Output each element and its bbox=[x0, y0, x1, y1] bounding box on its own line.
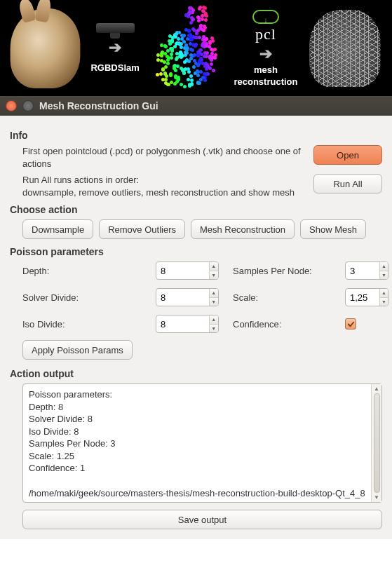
scroll-thumb[interactable] bbox=[374, 393, 380, 493]
mesh-label-2: reconstruction bbox=[234, 76, 297, 87]
window-content: Info First open pointcloud (.pcd) or pol… bbox=[0, 116, 392, 539]
remove-outliers-button[interactable]: Remove Outliers bbox=[99, 219, 185, 239]
arrow-right-icon: ➔ bbox=[259, 45, 272, 63]
scroll-down-icon[interactable]: ▼ bbox=[374, 494, 379, 501]
window-title: Mesh Reconstruction Gui bbox=[39, 100, 158, 111]
solver-divide-label: Solver Divide: bbox=[22, 292, 149, 303]
depth-input[interactable] bbox=[156, 262, 209, 279]
pcl-logo: pcl bbox=[255, 25, 276, 43]
iso-divide-input[interactable] bbox=[156, 315, 209, 332]
mesh-bunny-icon bbox=[309, 9, 380, 86]
apply-poisson-button[interactable]: Apply Poisson Params bbox=[22, 340, 133, 360]
iso-divide-label: Iso Divide: bbox=[22, 319, 149, 330]
depth-label: Depth: bbox=[22, 266, 149, 276]
samples-per-node-input[interactable] bbox=[346, 262, 379, 279]
spin-up-icon[interactable]: ▲ bbox=[210, 262, 218, 271]
open-button[interactable]: Open bbox=[313, 145, 382, 165]
mesh-reconstruction-step: pcl ➔ mesh reconstruction bbox=[234, 10, 297, 87]
scale-label: Scale: bbox=[233, 292, 338, 303]
output-scrollbar[interactable]: ▲ ▼ bbox=[371, 384, 381, 502]
scale-input[interactable] bbox=[346, 289, 379, 306]
spin-down-icon[interactable]: ▼ bbox=[380, 297, 388, 306]
iso-divide-spinbox[interactable]: ▲ ▼ bbox=[156, 315, 219, 333]
window-titlebar: Mesh Reconstruction Gui bbox=[0, 96, 392, 116]
rgbdslam-step: ➔ RGBDSlam bbox=[90, 23, 139, 73]
kinect-icon bbox=[96, 23, 135, 33]
pipeline-banner: ➔ RGBDSlam pcl ➔ mesh reconstruction bbox=[0, 0, 392, 96]
bunny-photo-icon bbox=[11, 8, 81, 88]
cloud-download-icon bbox=[252, 10, 279, 24]
solver-divide-input[interactable] bbox=[156, 289, 209, 306]
spin-down-icon[interactable]: ▼ bbox=[210, 271, 218, 280]
spin-down-icon[interactable]: ▼ bbox=[210, 297, 218, 306]
mesh-reconstruction-button[interactable]: Mesh Reconstruction bbox=[191, 219, 295, 239]
confidence-label: Confidence: bbox=[233, 319, 338, 330]
arrow-right-icon: ➔ bbox=[109, 39, 121, 57]
poisson-heading: Poisson parameters bbox=[10, 246, 382, 257]
depth-spinbox[interactable]: ▲ ▼ bbox=[156, 262, 219, 280]
spin-up-icon[interactable]: ▲ bbox=[380, 289, 388, 297]
window-close-button[interactable] bbox=[6, 100, 17, 111]
downsample-button[interactable]: Downsample bbox=[22, 219, 93, 239]
choose-action-heading: Choose action bbox=[10, 204, 382, 215]
output-textarea[interactable]: Poisson parameters: Depth: 8 Solver Divi… bbox=[22, 383, 382, 503]
action-output-heading: Action output bbox=[10, 368, 382, 379]
check-icon bbox=[347, 320, 355, 328]
rgbdslam-label: RGBDSlam bbox=[90, 62, 139, 73]
scroll-up-icon[interactable]: ▲ bbox=[374, 386, 379, 392]
save-output-button[interactable]: Save output bbox=[22, 510, 382, 529]
spin-up-icon[interactable]: ▲ bbox=[210, 315, 218, 324]
info-heading: Info bbox=[10, 130, 382, 141]
samples-per-node-spinbox[interactable]: ▲ ▼ bbox=[345, 262, 388, 280]
spin-down-icon[interactable]: ▼ bbox=[380, 271, 388, 280]
samples-per-node-label: Samples Per Node: bbox=[233, 266, 338, 276]
window-minimize-button[interactable] bbox=[22, 100, 34, 111]
runall-button[interactable]: Run All bbox=[313, 174, 382, 193]
spin-down-icon[interactable]: ▼ bbox=[210, 324, 218, 333]
show-mesh-button[interactable]: Show Mesh bbox=[300, 219, 366, 239]
mesh-label-1: mesh bbox=[254, 64, 278, 75]
scale-spinbox[interactable]: ▲ ▼ bbox=[345, 288, 388, 306]
info-runall-text: Run All runs actions in order: downsampl… bbox=[22, 174, 305, 198]
pointcloud-bunny-icon bbox=[148, 6, 225, 90]
info-open-text: First open pointcloud (.pcd) or polygonm… bbox=[22, 145, 305, 170]
confidence-checkbox[interactable] bbox=[345, 318, 356, 330]
spin-up-icon[interactable]: ▲ bbox=[380, 262, 388, 271]
solver-divide-spinbox[interactable]: ▲ ▼ bbox=[156, 288, 219, 306]
output-text[interactable]: Poisson parameters: Depth: 8 Solver Divi… bbox=[23, 384, 371, 502]
spin-up-icon[interactable]: ▲ bbox=[210, 289, 218, 297]
